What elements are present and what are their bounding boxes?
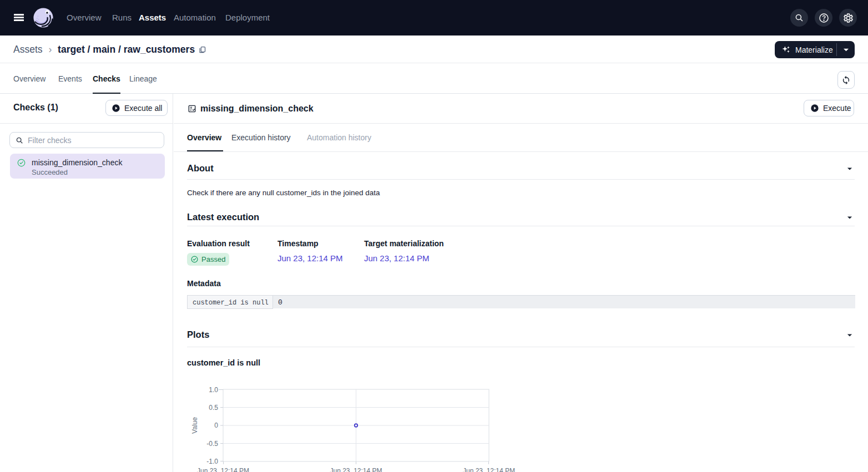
svg-text:0: 0 — [214, 422, 218, 429]
svg-text:0.5: 0.5 — [209, 404, 218, 412]
svg-text:Jun 23, 12:14 PM: Jun 23, 12:14 PM — [330, 467, 382, 472]
svg-text:-1.0: -1.0 — [206, 458, 218, 465]
svg-text:Value: Value — [191, 417, 199, 434]
svg-text:Jun 23, 12:14 PM: Jun 23, 12:14 PM — [463, 467, 515, 472]
svg-text:Jun 23, 12:14 PM: Jun 23, 12:14 PM — [197, 467, 249, 472]
svg-text:1.0: 1.0 — [209, 386, 218, 394]
svg-text:-0.5: -0.5 — [206, 440, 218, 448]
